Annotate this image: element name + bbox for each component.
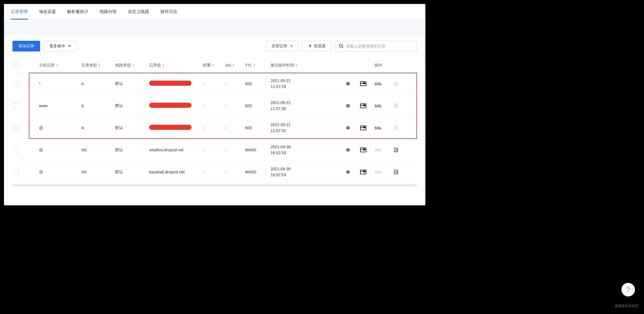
table-row: @ NS 默认 swallow.dnspod.net. - - 86400 20…	[12, 139, 417, 161]
card-button[interactable]	[359, 80, 367, 87]
redacted-value	[149, 125, 192, 130]
caret-down-icon	[68, 45, 71, 47]
pause-button[interactable]	[344, 80, 352, 87]
row-checkbox[interactable]	[14, 81, 19, 86]
svg-rect-4	[360, 81, 366, 86]
col-host[interactable]: 主机记录	[38, 61, 80, 70]
sort-icon	[162, 64, 164, 67]
sort-icon	[253, 64, 256, 67]
sort-icon	[98, 64, 101, 67]
row-checkbox[interactable]	[14, 103, 19, 108]
svg-rect-16	[364, 126, 365, 128]
more-actions-button[interactable]: 更多操作	[43, 41, 77, 51]
edit-button[interactable]	[392, 169, 400, 175]
tab-2[interactable]: 解析量统计	[67, 4, 88, 20]
sort-icon	[56, 64, 58, 67]
pause-icon	[346, 81, 350, 86]
card-icon	[360, 169, 366, 175]
horizontal-scrollbar[interactable]	[12, 184, 417, 186]
card-button[interactable]	[359, 169, 367, 175]
all-records-dropdown[interactable]: 全部记录	[266, 41, 299, 51]
row-checkbox[interactable]	[14, 147, 19, 152]
pause-icon	[346, 148, 350, 152]
tab-1[interactable]: 域名设置	[39, 4, 56, 20]
pause-button[interactable]	[344, 124, 352, 131]
col-weight[interactable]: 权重	[202, 61, 224, 70]
svg-rect-21	[364, 148, 365, 150]
add-record-button[interactable]: 添加记录	[12, 41, 40, 51]
tab-4[interactable]: 自定义线路	[128, 4, 149, 20]
edit-button[interactable]	[392, 147, 400, 153]
cell-value: swallow.dnspod.net.	[149, 148, 184, 152]
pause-button[interactable]	[344, 147, 352, 153]
svg-rect-23	[348, 170, 349, 173]
ssl-button[interactable]: SSL	[375, 148, 382, 152]
more-actions-label: 更多操作	[49, 44, 65, 49]
all-records-label: 全部记录	[271, 44, 287, 49]
col-line[interactable]: 线路类型	[114, 61, 148, 70]
ssl-button[interactable]: SSL	[375, 104, 382, 108]
cell-lastop: 2021-05-2111:57:29	[269, 76, 320, 91]
svg-rect-8	[348, 104, 349, 107]
tabs: 记录管理域名设置解析量统计线路分组自定义线路操作日志	[4, 4, 425, 20]
content: 添加记录 更多操作 全部记录 筛选器	[4, 36, 425, 186]
card-button[interactable]	[359, 124, 367, 131]
edit-icon	[393, 147, 399, 152]
svg-rect-17	[347, 148, 347, 151]
row-checkbox[interactable]	[14, 169, 19, 175]
cell-weight: -	[202, 80, 224, 88]
ssl-button[interactable]: SSL	[375, 82, 382, 86]
cell-ttl: 86400	[244, 146, 269, 154]
col-ttl[interactable]: TTL	[244, 61, 269, 69]
cell-weight: -	[202, 168, 224, 176]
col-value[interactable]: 记录值	[148, 61, 202, 70]
sort-icon	[232, 64, 235, 67]
select-all-checkbox[interactable]	[14, 63, 19, 68]
cell-type: NS	[80, 146, 114, 154]
tab-5[interactable]: 操作日志	[160, 4, 177, 20]
table-row: @ NS 默认 baseball.dnspod.net. - - 86400 2…	[12, 161, 417, 183]
col-type[interactable]: 记录类型	[80, 61, 114, 70]
svg-rect-22	[347, 170, 347, 173]
cell-host: @	[38, 124, 80, 132]
edit-button[interactable]	[392, 80, 400, 87]
cell-weight: -	[202, 102, 224, 110]
svg-rect-6	[364, 82, 365, 84]
cell-lastop: 2021-04-3016:52:53	[269, 164, 320, 180]
tab-3[interactable]: 线路分组	[100, 4, 117, 20]
pause-button[interactable]	[344, 102, 352, 109]
cell-lastop: 2021-04-3016:52:53	[269, 142, 320, 158]
cell-ttl: 86400	[244, 168, 269, 176]
card-icon	[360, 125, 366, 130]
svg-rect-24	[360, 170, 366, 174]
svg-rect-3	[348, 82, 349, 85]
pause-icon	[346, 170, 350, 174]
search-input[interactable]	[346, 44, 413, 48]
svg-rect-26	[364, 170, 365, 172]
cell-value: baseball.dnspod.net.	[149, 170, 186, 174]
cell-host: @	[38, 146, 80, 154]
edit-icon	[393, 81, 399, 86]
ssl-button[interactable]: SSL	[375, 126, 382, 130]
pause-button[interactable]	[344, 169, 352, 175]
filter-button[interactable]: 筛选器	[302, 41, 332, 51]
card-icon	[360, 81, 366, 86]
cell-line: 默认	[114, 79, 148, 88]
edit-icon	[393, 125, 399, 130]
card-button[interactable]	[359, 147, 367, 153]
card-icon	[360, 147, 366, 152]
cell-line: 默认	[114, 102, 148, 110]
ssl-button[interactable]: SSL	[375, 170, 382, 174]
edit-button[interactable]	[392, 124, 400, 131]
search-box[interactable]	[335, 41, 417, 51]
sort-icon	[132, 64, 134, 67]
edit-button[interactable]	[392, 102, 400, 109]
card-button[interactable]	[359, 102, 367, 109]
row-checkbox[interactable]	[14, 125, 19, 130]
col-lastop[interactable]: 最后操作时间	[269, 61, 320, 70]
col-mx[interactable]: MX	[224, 61, 244, 69]
cell-mx: -	[224, 168, 244, 176]
cell-mx: -	[224, 80, 244, 88]
tab-0[interactable]: 记录管理	[11, 4, 28, 20]
table-header: 主机记录 记录类型 线路类型 记录值 权重 MX TTL 最后操作时间 操作	[12, 58, 417, 73]
